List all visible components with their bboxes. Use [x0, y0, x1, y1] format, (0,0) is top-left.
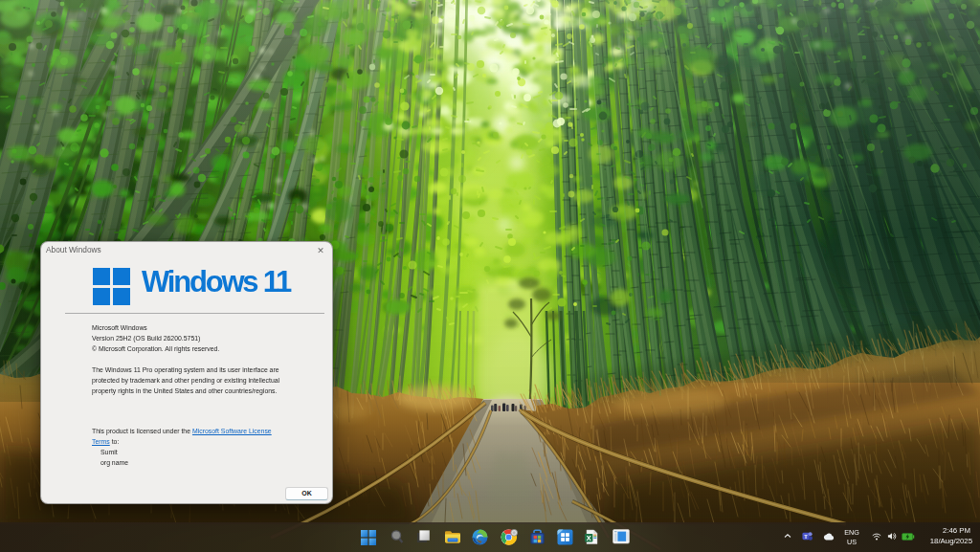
svg-text:T: T	[804, 534, 808, 540]
svg-text:X: X	[587, 534, 591, 542]
